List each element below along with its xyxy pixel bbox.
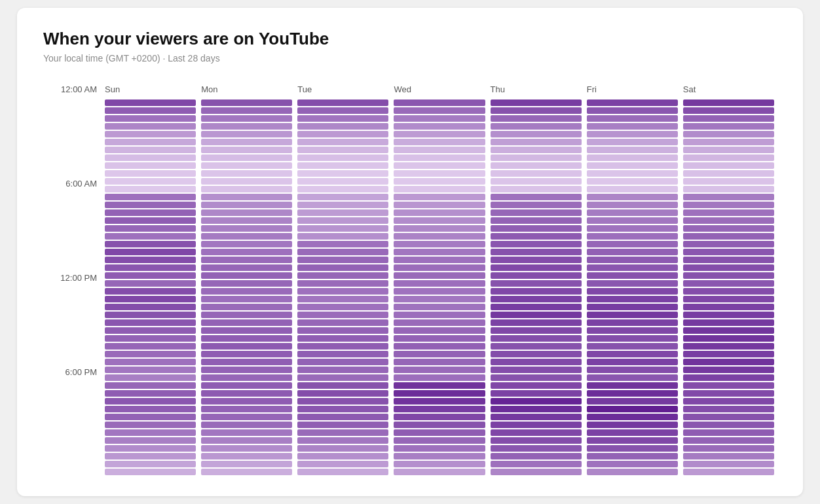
heat-cell <box>394 209 485 216</box>
heat-cell <box>683 374 774 381</box>
heat-cell <box>491 296 582 302</box>
heat-cell <box>105 107 196 114</box>
heat-cell <box>394 272 485 279</box>
heat-cell <box>297 469 388 475</box>
day-column-tue <box>295 99 391 475</box>
heat-cell <box>297 107 388 114</box>
heat-cell <box>587 170 678 177</box>
heat-cell <box>297 233 388 240</box>
day-header-mon: Mon <box>198 84 295 94</box>
heat-cell <box>297 249 388 255</box>
heat-cell <box>491 327 582 334</box>
heat-cell <box>683 225 774 232</box>
heat-cell <box>683 186 774 192</box>
heat-cell <box>201 162 292 169</box>
heat-cell <box>105 115 196 122</box>
heat-cell <box>394 319 485 326</box>
heat-cell <box>105 343 196 350</box>
heat-cell <box>587 367 678 373</box>
heat-cell <box>105 374 196 381</box>
heat-cell <box>587 312 678 318</box>
heat-cell <box>201 272 292 279</box>
heat-cell <box>297 335 388 342</box>
heat-cell <box>491 241 582 247</box>
heat-cell <box>201 469 292 475</box>
heat-cell <box>683 264 774 271</box>
heat-cell <box>491 272 582 279</box>
y-label-6-00-pm: 6:00 PM <box>65 367 97 377</box>
heat-cell <box>105 154 196 161</box>
heat-cell <box>105 272 196 279</box>
heat-cell <box>683 202 774 208</box>
heat-cell <box>105 453 196 459</box>
heat-cell <box>587 304 678 310</box>
heat-cell <box>587 139 678 145</box>
heat-cell <box>297 209 388 216</box>
heat-cell <box>394 398 485 405</box>
heat-cell <box>394 351 485 357</box>
heat-cell <box>394 225 485 232</box>
heat-cell <box>491 233 582 240</box>
heat-cell <box>297 359 388 365</box>
heat-cell <box>105 162 196 169</box>
heat-cell <box>683 296 774 302</box>
heat-cell <box>491 178 582 185</box>
heat-cell <box>683 162 774 169</box>
heat-cell <box>587 123 678 130</box>
heat-cell <box>587 186 678 192</box>
heat-cell <box>394 257 485 263</box>
heat-grid <box>102 99 777 475</box>
heat-cell <box>587 217 678 224</box>
heat-cell <box>683 170 774 177</box>
heat-cell <box>297 99 388 106</box>
heat-cell <box>491 453 582 459</box>
heat-cell <box>201 461 292 467</box>
day-column-mon <box>198 99 295 475</box>
heat-cell <box>201 154 292 161</box>
heat-cell <box>297 461 388 467</box>
heat-cell <box>394 288 485 295</box>
heat-cell <box>587 257 678 263</box>
heat-cell <box>394 359 485 365</box>
heat-cell <box>105 382 196 389</box>
chart-area: 12:00 AM6:00 AM12:00 PM6:00 PM SunMonTue… <box>43 84 777 475</box>
heat-cell <box>587 99 678 106</box>
heat-cell <box>105 257 196 263</box>
heat-cell <box>394 139 485 145</box>
heat-cell <box>394 170 485 177</box>
heat-cell <box>201 312 292 318</box>
heat-cell <box>587 131 678 137</box>
heat-cell <box>105 461 196 467</box>
heat-cell <box>491 170 582 177</box>
day-headers: SunMonTueWedThuFriSat <box>102 84 777 94</box>
heat-cell <box>105 406 196 412</box>
heat-cell <box>297 390 388 397</box>
heat-cell <box>491 115 582 122</box>
heat-cell <box>491 414 582 420</box>
heat-cell <box>394 115 485 122</box>
heat-cell <box>683 414 774 420</box>
heat-cell <box>297 178 388 185</box>
heat-cell <box>201 445 292 452</box>
day-header-sat: Sat <box>680 84 777 94</box>
heat-cell <box>587 437 678 444</box>
day-column-wed <box>391 99 487 475</box>
heat-cell <box>394 437 485 444</box>
heat-cell <box>394 367 485 373</box>
heat-cell <box>297 374 388 381</box>
heat-cell <box>683 178 774 185</box>
heat-cell <box>491 429 582 436</box>
heat-cell <box>683 343 774 350</box>
heat-cell <box>297 241 388 247</box>
heat-cell <box>587 422 678 428</box>
heat-cell <box>491 382 582 389</box>
heat-cell <box>297 382 388 389</box>
heat-cell <box>201 414 292 420</box>
heat-cell <box>297 147 388 153</box>
heat-cell <box>587 398 678 405</box>
heat-cell <box>201 139 292 145</box>
heat-cell <box>201 382 292 389</box>
heat-cell <box>201 131 292 137</box>
heat-cell <box>394 202 485 208</box>
heat-cell <box>297 194 388 200</box>
